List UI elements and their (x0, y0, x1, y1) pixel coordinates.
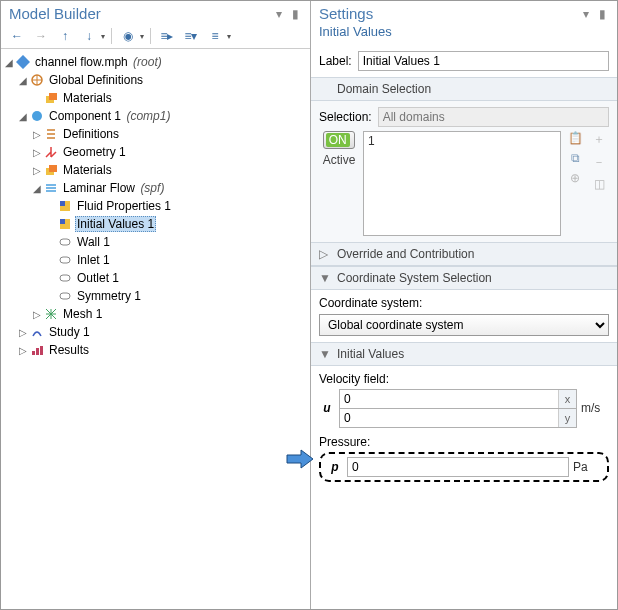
velocity-symbol: u (319, 401, 335, 415)
pressure-input[interactable] (347, 457, 569, 477)
svg-rect-17 (40, 346, 43, 355)
tree-symmetry[interactable]: Symmetry 1 (3, 287, 308, 305)
model-builder-title: Model Builder (9, 5, 272, 22)
coord-select[interactable]: Global coordinate system (319, 314, 609, 336)
tree-root[interactable]: ◢channel flow.mph (root) (3, 53, 308, 71)
show-button[interactable]: ◉ (118, 26, 138, 46)
settings-controls: ▾ ▮ (579, 7, 609, 21)
model-tree[interactable]: ◢channel flow.mph (root) ◢Global Definit… (1, 49, 310, 609)
model-builder-toolbar: ← → ↑ ↓▾ ◉▾ ≡▸ ≡▾ ≡▾ (1, 24, 310, 49)
model-builder-header: Model Builder ▾ ▮ (1, 1, 310, 24)
tree-study[interactable]: ▷Study 1 (3, 323, 308, 341)
axis-x: x (558, 390, 576, 408)
svg-rect-15 (32, 351, 35, 355)
settings-header: Settings ▾ ▮ (311, 1, 617, 24)
coord-box: Coordinate system: Global coordinate sys… (311, 290, 617, 342)
section-domain[interactable]: Domain Selection (311, 77, 617, 101)
pressure-symbol: p (327, 460, 343, 474)
collapse-button[interactable]: ≡▸ (157, 26, 177, 46)
svg-rect-11 (60, 239, 70, 245)
pin-icon[interactable]: ▮ (288, 7, 302, 21)
svg-rect-13 (60, 275, 70, 281)
label-row: Label: (311, 45, 617, 77)
selection-label: Selection: (319, 110, 372, 124)
velocity-x-input[interactable] (340, 390, 558, 408)
svg-rect-8 (60, 201, 65, 206)
active-label: Active (319, 153, 359, 167)
tree-laminar-flow[interactable]: ◢Laminar Flow (spf) (3, 179, 308, 197)
tree-component[interactable]: ◢Component 1 (comp1) (3, 107, 308, 125)
tree-definitions[interactable]: ▷Definitions (3, 125, 308, 143)
initial-values-box: Velocity field: u x y m/s Pressure: p Pa (311, 366, 617, 488)
pin-icon[interactable]: ▮ (595, 7, 609, 21)
active-switch[interactable]: ON (323, 131, 356, 149)
paste-icon[interactable]: 📋 (568, 131, 583, 145)
up-button[interactable]: ↑ (55, 26, 75, 46)
pointer-arrow-icon (285, 448, 315, 470)
expand-button[interactable]: ≡▾ (181, 26, 201, 46)
svg-rect-3 (49, 93, 57, 100)
forward-button[interactable]: → (31, 26, 51, 46)
label-caption: Label: (319, 54, 352, 68)
pressure-label: Pressure: (319, 435, 609, 449)
tree-fluid-properties[interactable]: Fluid Properties 1 (3, 197, 308, 215)
domain-selection-box: Selection: All domains ON Active 1 📋 ⧉ ⊕… (311, 101, 617, 242)
copy-icon[interactable]: ⧉ (571, 151, 580, 165)
list-button[interactable]: ≡ (205, 26, 225, 46)
caret-down-icon: ▼ (319, 271, 329, 285)
tree-mesh[interactable]: ▷Mesh 1 (3, 305, 308, 323)
svg-rect-14 (60, 293, 70, 299)
svg-rect-12 (60, 257, 70, 263)
remove-icon[interactable]: － (593, 154, 605, 171)
section-override[interactable]: ▷ Override and Contribution (311, 242, 617, 266)
tree-inlet[interactable]: Inlet 1 (3, 251, 308, 269)
zoom-icon[interactable]: ⊕ (570, 171, 580, 185)
down-button[interactable]: ↓ (79, 26, 99, 46)
panel-controls: ▾ ▮ (272, 7, 302, 21)
settings-subtitle: Initial Values (311, 24, 617, 45)
svg-rect-6 (49, 165, 57, 172)
pressure-highlight-box: p Pa (319, 452, 609, 482)
settings-title: Settings (319, 5, 579, 22)
tree-materials-comp[interactable]: ▷Materials (3, 161, 308, 179)
axis-y: y (558, 409, 576, 427)
tree-geometry[interactable]: ▷Geometry 1 (3, 143, 308, 161)
tree-results[interactable]: ▷Results (3, 341, 308, 359)
coord-label: Coordinate system: (319, 296, 609, 310)
active-toggle-area: ON Active (319, 131, 359, 236)
dropdown-icon[interactable]: ▾ (579, 7, 593, 21)
toggle-icon[interactable]: ◫ (594, 177, 605, 191)
dropdown-icon[interactable]: ▾ (272, 7, 286, 21)
domain-list[interactable]: 1 (363, 131, 561, 236)
caret-down-icon: ▼ (319, 347, 329, 361)
settings-panel: Settings ▾ ▮ Initial Values Label: Domai… (311, 1, 617, 609)
tree-outlet[interactable]: Outlet 1 (3, 269, 308, 287)
pressure-unit: Pa (573, 460, 601, 474)
svg-point-4 (32, 111, 42, 121)
tree-global-defs[interactable]: ◢Global Definitions (3, 71, 308, 89)
model-builder-panel: Model Builder ▾ ▮ ← → ↑ ↓▾ ◉▾ ≡▸ ≡▾ ≡▾ ◢… (1, 1, 311, 609)
add-icon[interactable]: ＋ (593, 131, 605, 148)
domain-side-icons-2: ＋ － ◫ (589, 131, 609, 236)
selection-dropdown[interactable]: All domains (378, 107, 609, 127)
velocity-unit: m/s (581, 401, 609, 415)
domain-side-icons: 📋 ⧉ ⊕ (565, 131, 585, 236)
velocity-y-input[interactable] (340, 409, 558, 427)
tree-wall[interactable]: Wall 1 (3, 233, 308, 251)
velocity-label: Velocity field: (319, 372, 609, 386)
back-button[interactable]: ← (7, 26, 27, 46)
pressure-area: Pressure: p Pa (319, 435, 609, 482)
svg-rect-0 (16, 55, 30, 69)
section-initvals[interactable]: ▼ Initial Values (311, 342, 617, 366)
section-coord[interactable]: ▼ Coordinate System Selection (311, 266, 617, 290)
label-input[interactable] (358, 51, 609, 71)
caret-right-icon: ▷ (319, 247, 329, 261)
tree-initial-values[interactable]: Initial Values 1 (3, 215, 308, 233)
svg-rect-16 (36, 348, 39, 355)
tree-materials-global[interactable]: Materials (3, 89, 308, 107)
svg-rect-10 (60, 219, 65, 224)
